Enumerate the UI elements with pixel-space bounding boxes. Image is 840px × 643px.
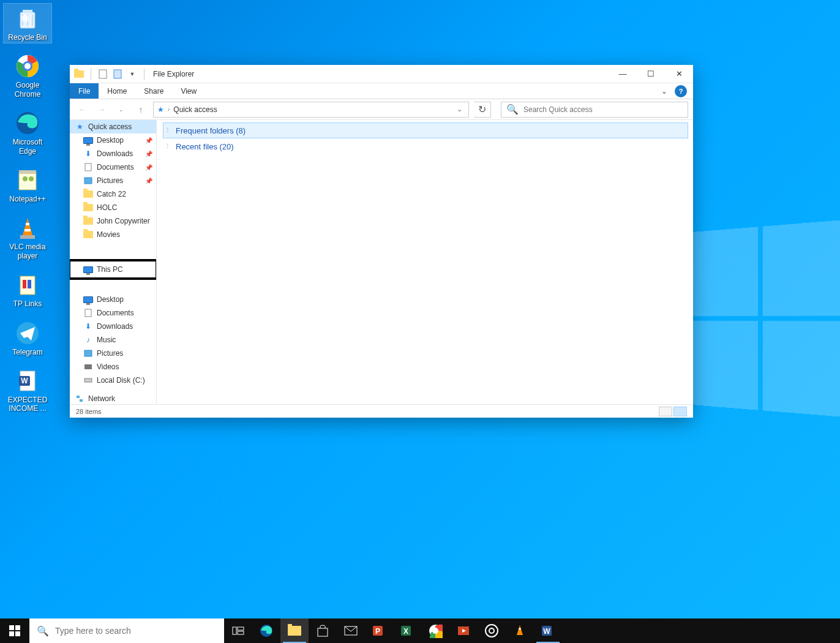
nav-item-quick-access[interactable]: ★Quick access: [70, 120, 156, 133]
nav-item-pictures[interactable]: Pictures📌: [70, 174, 156, 187]
forward-button[interactable]: →: [94, 102, 109, 117]
desktop-icon-telegram[interactable]: Telegram: [4, 318, 51, 358]
taskbar-explorer-icon[interactable]: [280, 619, 309, 643]
close-button[interactable]: ✕: [665, 65, 693, 83]
nav-item-documents[interactable]: Documents📌: [70, 160, 156, 174]
svg-text:W: W: [21, 377, 28, 385]
breadcrumb-location[interactable]: Quick access: [173, 105, 217, 114]
qat-properties-icon[interactable]: [112, 69, 123, 80]
nav-item-label: Downloads: [97, 149, 133, 158]
group-label: Frequent folders (8): [176, 126, 246, 135]
chrome-icon: [427, 623, 443, 639]
nav-item-desktop[interactable]: Desktop: [70, 293, 156, 306]
mail-icon: [343, 623, 359, 639]
nav-item-desktop[interactable]: Desktop📌: [70, 133, 156, 147]
nav-item-label: Documents: [97, 309, 134, 317]
desktop-icon-vlc[interactable]: VLC media player: [4, 213, 51, 261]
svg-text:P: P: [375, 627, 380, 636]
ribbon-tab-home[interactable]: Home: [99, 83, 135, 99]
taskbar-excel-icon[interactable]: X: [393, 619, 421, 643]
nav-item-label: Downloads: [97, 322, 133, 331]
minimize-button[interactable]: —: [609, 65, 637, 83]
search-input[interactable]: [523, 105, 683, 114]
taskbar-edge-icon[interactable]: [252, 619, 280, 643]
address-bar[interactable]: ★ › Quick access ⌄: [153, 102, 469, 118]
file-explorer-window: ▼ File Explorer — ☐ ✕ File Home Share Vi…: [70, 65, 693, 418]
nav-item-documents[interactable]: Documents: [70, 306, 156, 320]
ribbon-tab-view[interactable]: View: [172, 83, 205, 99]
desktop-icon-notepadpp[interactable]: Notepad++: [4, 165, 51, 205]
desktop-icon-label: Google Chrome: [5, 81, 50, 99]
desktop-icon-tplinks[interactable]: TP Links: [4, 270, 51, 309]
svg-rect-32: [15, 625, 20, 630]
folder-icon: [83, 230, 93, 239]
svg-point-8: [23, 176, 28, 181]
chevron-right-icon: 〉: [166, 142, 172, 151]
group-recent-files[interactable]: 〉Recent files (20): [163, 138, 688, 154]
svg-rect-11: [26, 223, 29, 225]
taskbar-word-icon[interactable]: W: [534, 619, 562, 643]
search-box[interactable]: 🔍: [501, 102, 688, 118]
quick-access-star-icon: ★: [157, 105, 164, 114]
svg-rect-15: [23, 280, 26, 288]
start-button[interactable]: [0, 619, 29, 643]
svg-point-5: [24, 63, 31, 69]
recent-dropdown-icon[interactable]: ⌄: [114, 102, 129, 117]
ribbon-tab-file[interactable]: File: [70, 83, 99, 99]
folder-icon: [83, 189, 93, 199]
desktop-icon-edge[interactable]: Microsoft Edge: [4, 108, 51, 157]
pin-icon: 📌: [145, 151, 152, 157]
desktop-icon-word-doc[interactable]: WEXPECTED INCOME ...: [4, 366, 51, 415]
nav-item-this-pc[interactable]: This PC: [70, 261, 156, 278]
view-icons-button[interactable]: [673, 407, 687, 416]
taskbar-task-view-icon[interactable]: [224, 619, 252, 643]
explorer-app-icon: [73, 69, 84, 80]
taskbar-search[interactable]: 🔍: [29, 619, 224, 643]
taskbar-vlc-icon[interactable]: [506, 619, 534, 643]
taskbar-chrome-icon[interactable]: [421, 619, 449, 643]
nav-item-network[interactable]: Network: [70, 392, 156, 404]
titlebar[interactable]: ▼ File Explorer — ☐ ✕: [70, 65, 693, 83]
nav-item-videos[interactable]: Videos: [70, 360, 156, 374]
nav-item-catch-22[interactable]: Catch 22: [70, 187, 156, 201]
taskbar-store-icon[interactable]: [309, 619, 337, 643]
taskbar-mail-icon[interactable]: [337, 619, 365, 643]
nav-item-downloads[interactable]: ⬇Downloads: [70, 320, 156, 333]
ribbon-expand-icon[interactable]: ⌄: [656, 83, 672, 99]
taskbar-search-input[interactable]: [55, 626, 217, 636]
task-view-icon: [230, 623, 246, 639]
qat-new-icon[interactable]: [97, 69, 108, 80]
nav-item-holc[interactable]: HOLC: [70, 201, 156, 214]
nav-item-pictures[interactable]: Pictures: [70, 347, 156, 360]
help-icon[interactable]: ?: [675, 85, 687, 97]
chevron-right-icon: 〉: [166, 126, 172, 135]
nav-item-music[interactable]: ♪Music: [70, 333, 156, 347]
ribbon-tab-share[interactable]: Share: [135, 83, 172, 99]
maximize-button[interactable]: ☐: [637, 65, 665, 83]
nav-item-local-disk-c-[interactable]: Local Disk (C:): [70, 374, 156, 387]
view-details-button[interactable]: [659, 407, 672, 416]
group-frequent-folders[interactable]: 〉Frequent folders (8): [163, 122, 688, 138]
disk-icon: [83, 375, 93, 385]
back-button[interactable]: ←: [75, 102, 89, 117]
svg-point-47: [432, 628, 438, 634]
desktop-icon-chrome[interactable]: Google Chrome: [4, 51, 51, 100]
nav-item-movies[interactable]: Movies: [70, 228, 156, 241]
qat-dropdown-icon[interactable]: ▼: [127, 69, 138, 80]
taskbar-powerpoint-icon[interactable]: P: [365, 619, 393, 643]
nav-item-john-copywriter[interactable]: John Copywriter: [70, 214, 156, 228]
svg-rect-1: [23, 10, 32, 13]
svg-rect-31: [9, 625, 14, 630]
taskbar-video-editor-icon[interactable]: [449, 619, 478, 643]
taskbar-groove-icon[interactable]: [478, 619, 506, 643]
nav-item-downloads[interactable]: ⬇Downloads📌: [70, 147, 156, 160]
svg-text:X: X: [403, 627, 408, 636]
thispc-icon: [83, 265, 93, 274]
address-dropdown-icon[interactable]: ⌄: [454, 105, 465, 113]
nav-item-label: Movies: [97, 230, 120, 239]
desktop-icon: [83, 135, 93, 145]
desktop-icon-recycle-bin[interactable]: Recycle Bin: [4, 4, 51, 43]
refresh-button[interactable]: ↻: [474, 102, 491, 118]
content-pane[interactable]: 〉Frequent folders (8)〉Recent files (20): [157, 120, 693, 404]
up-button[interactable]: ↑: [133, 102, 148, 117]
